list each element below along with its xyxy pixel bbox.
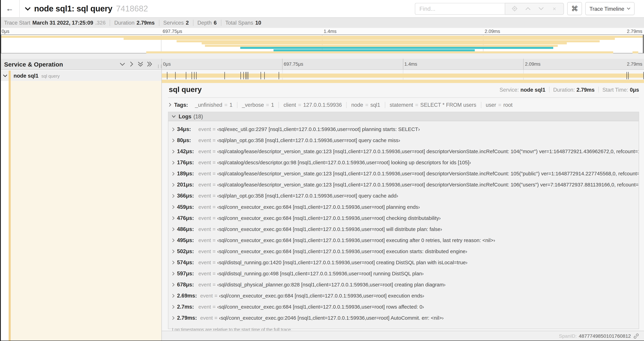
log-entry-row[interactable]: 176μs: event = ‹sql/catalog/descs/descri… bbox=[168, 157, 639, 168]
detail-divider bbox=[168, 97, 639, 98]
collapse-one-chevron-down-icon[interactable] bbox=[118, 61, 127, 68]
ruler-tick-label: 2.79ms bbox=[627, 59, 644, 70]
log-entry-row[interactable]: 459μs: event = ‹sql/conn_executor_exec.g… bbox=[168, 201, 639, 212]
log-entry-row[interactable]: 366μs: event = ‹sql/plan_opt.go:358 [nsq… bbox=[168, 190, 639, 201]
log-field-value: ‹sql/catalog/lease/descriptor_version_st… bbox=[217, 182, 639, 187]
prev-result-chevron-up-icon[interactable] bbox=[524, 5, 532, 13]
viewport-right-handle[interactable] bbox=[643, 35, 644, 53]
panel-divider[interactable] bbox=[161, 59, 162, 341]
log-tick-mark bbox=[192, 72, 192, 79]
log-entry-row[interactable]: 189μs: event = ‹sql/catalog/lease/descri… bbox=[168, 168, 639, 179]
log-entry-row[interactable]: 201μs: event = ‹sql/catalog/lease/descri… bbox=[168, 179, 639, 190]
log-chevron-right-icon[interactable] bbox=[172, 138, 174, 142]
keyboard-shortcuts-button[interactable]: ⌘ bbox=[567, 2, 582, 15]
expand-one-chevron-right-icon[interactable] bbox=[127, 61, 136, 68]
log-entry-row[interactable]: 597μs: event = ‹sql/distsql_running.go:4… bbox=[168, 268, 639, 279]
log-tick-mark bbox=[224, 72, 225, 79]
expand-all-double-chevron-right-icon[interactable] bbox=[145, 61, 154, 68]
trace-timeline-page: ← node sql1: sql query 7418682 × bbox=[0, 0, 644, 341]
log-entry-row[interactable]: 2.79ms: event = ‹sql/conn_executor_exec.… bbox=[168, 312, 639, 323]
log-chevron-right-icon[interactable] bbox=[172, 216, 174, 220]
log-chevron-right-icon[interactable] bbox=[172, 282, 174, 287]
minimap-span-bar bbox=[176, 40, 600, 42]
logs-header[interactable]: Logs (18) bbox=[168, 112, 639, 121]
tag-key: client bbox=[284, 102, 296, 108]
header-controls: × ⌘ Trace Timeline bbox=[415, 2, 635, 15]
minimap-span-bar bbox=[274, 49, 475, 51]
log-timestamp: 2.7ms: bbox=[177, 303, 195, 310]
tags-chevron-right-icon[interactable] bbox=[169, 103, 171, 107]
log-entry-row[interactable]: 574μs: event = ‹sql/distsql_running.go:1… bbox=[168, 257, 639, 268]
log-chevron-right-icon[interactable] bbox=[172, 149, 174, 154]
column-resizer-grip[interactable] bbox=[158, 65, 161, 68]
log-tick-mark bbox=[247, 72, 247, 79]
log-tick-mark bbox=[186, 72, 186, 79]
log-chevron-right-icon[interactable] bbox=[172, 194, 174, 198]
trace-view-selector[interactable]: Trace Timeline bbox=[585, 2, 634, 15]
find-input[interactable] bbox=[415, 3, 505, 15]
log-chevron-right-icon[interactable] bbox=[172, 160, 174, 165]
span-duration-bar[interactable] bbox=[161, 73, 644, 78]
log-entry-row[interactable]: 495μs: event = ‹sql/conn_executor_exec.g… bbox=[168, 235, 639, 246]
minimap-span-bar bbox=[202, 42, 566, 44]
logs-section: Logs (18) 34μs: event = ‹sql/exec_util.g… bbox=[168, 112, 639, 329]
logs-chevron-down-icon[interactable] bbox=[172, 115, 176, 118]
equals-sign: = bbox=[214, 315, 217, 320]
tags-row[interactable]: Tags: _unfinished=1 _verbose=1 client=12… bbox=[168, 100, 639, 109]
detail-header: sql query Service:node sql1 Duration:2.7… bbox=[161, 83, 644, 96]
span-row-label[interactable]: node sql1 sql query bbox=[0, 71, 161, 81]
focus-locate-icon[interactable] bbox=[510, 5, 518, 13]
next-result-chevron-down-icon[interactable] bbox=[537, 5, 545, 13]
equals-sign: = bbox=[212, 226, 216, 232]
row-collapse-chevron-down-icon[interactable] bbox=[3, 74, 8, 77]
deep-link-icon[interactable] bbox=[633, 333, 639, 339]
log-field-name: event bbox=[198, 248, 211, 254]
log-entry-row[interactable]: 476μs: event = ‹sql/conn_executor_exec.g… bbox=[168, 212, 639, 223]
minimap-span-bar bbox=[0, 36, 644, 38]
detail-left-column bbox=[0, 81, 161, 341]
ruler-tick-label: 1.4ms bbox=[403, 59, 417, 70]
log-entry-row[interactable]: 502μs: event = ‹sql/conn_executor_exec.g… bbox=[168, 246, 639, 257]
log-entry-row[interactable]: 486μs: event = ‹sql/conn_executor_exec.g… bbox=[168, 223, 639, 235]
tag-item: statement=SELECT * FROM users bbox=[385, 102, 481, 108]
clear-search-icon[interactable]: × bbox=[550, 5, 558, 13]
log-entry-row[interactable]: 678μs: event = ‹sql/distsql_physical_pla… bbox=[168, 279, 639, 290]
log-timestamp: 80μs: bbox=[177, 137, 195, 143]
detail-row-tint bbox=[10, 81, 161, 341]
log-entry-row[interactable]: 34μs: event = ‹sql/exec_util.go:2297 [ns… bbox=[168, 124, 639, 135]
log-timestamp: 678μs: bbox=[177, 281, 195, 288]
collapse-all-double-chevron-down-icon[interactable] bbox=[136, 61, 145, 68]
log-chevron-right-icon[interactable] bbox=[172, 293, 174, 298]
log-chevron-right-icon[interactable] bbox=[172, 227, 174, 231]
log-chevron-right-icon[interactable] bbox=[172, 172, 174, 176]
log-chevron-right-icon[interactable] bbox=[172, 238, 174, 242]
log-chevron-right-icon[interactable] bbox=[172, 205, 174, 209]
log-chevron-right-icon[interactable] bbox=[172, 271, 174, 275]
window-bottom-edge bbox=[0, 340, 644, 341]
log-entry-row[interactable]: 2.7ms: event = ‹sql/conn_executor_exec.g… bbox=[168, 301, 639, 312]
collapse-trace-chevron-down-icon[interactable] bbox=[24, 7, 31, 11]
log-chevron-right-icon[interactable] bbox=[172, 249, 174, 253]
log-field-value: ‹sql/catalog/descs/descriptor.go:98 [nsq… bbox=[217, 160, 471, 165]
tag-key: node bbox=[351, 102, 363, 108]
log-timestamp: 459μs: bbox=[177, 204, 195, 210]
log-chevron-right-icon[interactable] bbox=[172, 183, 174, 187]
tag-key: statement bbox=[390, 102, 413, 108]
tag-item: _unfinished=1 bbox=[190, 102, 237, 108]
service-color-strip bbox=[9, 81, 10, 341]
back-button[interactable]: ← bbox=[0, 0, 20, 17]
log-chevron-right-icon[interactable] bbox=[172, 260, 174, 264]
log-field-name: event bbox=[200, 315, 213, 320]
service-color-strip bbox=[9, 71, 10, 81]
trace-title-group: node sql1: sql query 7418682 bbox=[24, 4, 415, 14]
log-chevron-right-icon[interactable] bbox=[172, 316, 174, 320]
log-chevron-right-icon[interactable] bbox=[172, 305, 174, 309]
ruler-tick-label: 2.79ms bbox=[627, 28, 644, 35]
log-entry-row[interactable]: 2.69ms: event = ‹sql/conn_executor_exec.… bbox=[168, 290, 639, 301]
trace-minimap[interactable] bbox=[0, 35, 644, 53]
log-chevron-right-icon[interactable] bbox=[172, 127, 174, 131]
log-entry-row[interactable]: 80μs: event = ‹sql/plan_opt.go:358 [nsql… bbox=[168, 135, 639, 146]
trace-view-selector-label: Trace Timeline bbox=[590, 6, 624, 12]
log-entry-row[interactable]: 142μs: event = ‹sql/catalog/lease/descri… bbox=[168, 146, 639, 157]
trace-services: Services2 bbox=[159, 20, 193, 26]
